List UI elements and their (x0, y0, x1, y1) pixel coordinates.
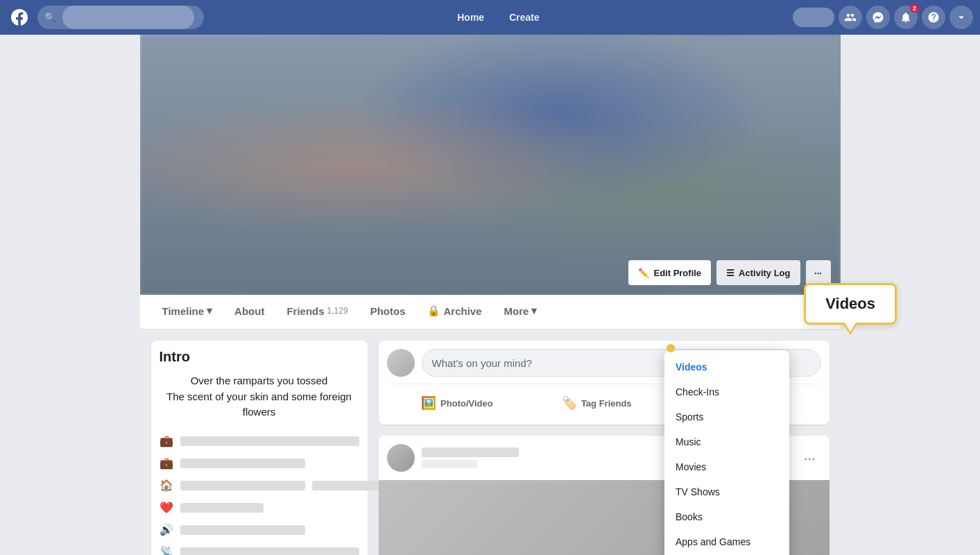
messenger-icon-btn[interactable] (866, 6, 890, 29)
nav-profile-avatar[interactable] (793, 8, 834, 27)
facebook-logo (7, 5, 32, 30)
tab-about[interactable]: About (223, 296, 275, 329)
pencil-icon: ✏️ (638, 268, 649, 278)
tab-timeline[interactable]: Timeline ▾ (151, 295, 224, 329)
post-author-avatar (387, 444, 415, 472)
friends-count: 1,129 (327, 306, 348, 316)
photo-icon: 🖼️ (421, 395, 436, 411)
more-options-button[interactable]: ··· (806, 260, 831, 285)
notification-badge: 2 (910, 4, 919, 12)
search-icon: 🔍 (44, 12, 56, 23)
intro-detail-blur-2 (180, 459, 305, 468)
chevron-down-icon: ▾ (531, 305, 537, 317)
intro-card: Intro Over the ramparts you tossed The s… (151, 341, 368, 555)
intro-row-6: 📡 (160, 541, 359, 556)
tooltip-arrow-inner (845, 323, 856, 332)
intro-detail-blur-5 (180, 525, 305, 535)
nav-create-link[interactable]: Create (498, 6, 551, 28)
help-icon-btn[interactable] (922, 6, 945, 29)
activity-log-button[interactable]: ☰ Activity Log (716, 260, 800, 285)
nav-center: Home Create (209, 6, 787, 28)
dropdown-item-sports[interactable]: Sports (664, 404, 789, 429)
intro-detail-blur-4 (180, 503, 264, 513)
videos-tooltip: Videos (804, 283, 897, 325)
tag-icon: 🏷️ (562, 395, 577, 411)
intro-title: Intro (160, 349, 359, 365)
nav-right: 2 (793, 6, 973, 29)
heart-icon: ❤️ (160, 501, 173, 515)
dropdown-item-movies[interactable]: Movies (664, 454, 789, 479)
cover-image: ✏️ Edit Profile ☰ Activity Log ··· (140, 35, 841, 295)
left-column: Intro Over the ramparts you tossed The s… (151, 341, 368, 555)
cover-actions: ✏️ Edit Profile ☰ Activity Log ··· (628, 260, 830, 285)
cover-photo-section: ✏️ Edit Profile ☰ Activity Log ··· (140, 35, 841, 295)
intro-row-2: 💼 (160, 452, 359, 475)
chevron-down-icon: ▾ (207, 305, 212, 317)
speaker-icon: 🔊 (160, 523, 173, 537)
dropdown-item-apps-games[interactable]: Apps and Games (664, 529, 789, 554)
edit-profile-button[interactable]: ✏️ Edit Profile (628, 260, 711, 285)
dropdown-item-videos[interactable]: Videos (664, 355, 789, 379)
tab-friends[interactable]: Friends 1,129 (275, 296, 359, 329)
tag-friends-btn[interactable]: 🏷️ Tag Friends (553, 390, 640, 416)
friends-icon-btn[interactable] (839, 6, 862, 29)
search-container (37, 6, 204, 29)
briefcase-icon: 💼 (160, 434, 173, 448)
lock-icon: 🔒 (427, 305, 440, 317)
nav-home-link[interactable]: Home (446, 6, 495, 28)
search-wrap: 🔍 (37, 6, 204, 29)
list-icon: ☰ (726, 268, 734, 278)
intro-row-4: ❤️ (160, 497, 359, 519)
composer-avatar (387, 349, 415, 377)
dropdown-item-music[interactable]: Music (664, 429, 789, 454)
page-wrap: ✏️ Edit Profile ☰ Activity Log ··· Timel… (0, 35, 980, 555)
intro-detail-blur (180, 436, 359, 446)
profile-navigation: Timeline ▾ About Friends 1,129 Photos 🔒 … (140, 295, 841, 330)
intro-row-5: 🔊 (160, 519, 359, 541)
dropdown-item-tv-shows[interactable]: TV Shows (664, 479, 789, 504)
tab-photos[interactable]: Photos (359, 296, 417, 329)
intro-row-1: 💼 (160, 430, 359, 452)
account-menu-btn[interactable] (949, 6, 973, 29)
more-dropdown-menu: Videos Check-Ins Sports Music Movies TV … (664, 350, 789, 555)
intro-row-3: 🏠 (160, 475, 359, 497)
home-icon: 🏠 (160, 479, 173, 493)
dropdown-item-check-ins[interactable]: Check-Ins (664, 379, 789, 404)
connector-dot (667, 344, 675, 352)
dropdown-item-books[interactable]: Books (664, 504, 789, 529)
tab-more[interactable]: More ▾ (493, 295, 549, 329)
post-more-button[interactable]: ··· (798, 447, 821, 469)
search-input[interactable] (62, 6, 194, 29)
notifications-icon-btn[interactable]: 2 (894, 6, 918, 29)
post-author-name (422, 447, 519, 457)
top-navigation: 🔍 Home Create 2 (0, 0, 980, 35)
dots-icon: ··· (814, 268, 822, 278)
intro-detail-blur-6 (180, 547, 359, 556)
post-timestamp (422, 460, 477, 468)
photo-video-btn[interactable]: 🖼️ Photo/Video (413, 390, 501, 416)
rss-icon: 📡 (160, 545, 173, 556)
intro-bio: Over the ramparts you tossed The scent o… (160, 373, 359, 420)
videos-tooltip-label: Videos (825, 295, 875, 312)
tab-archive[interactable]: 🔒 Archive (416, 295, 492, 329)
briefcase-icon-2: 💼 (160, 456, 173, 470)
intro-detail-blur-3 (180, 481, 305, 490)
